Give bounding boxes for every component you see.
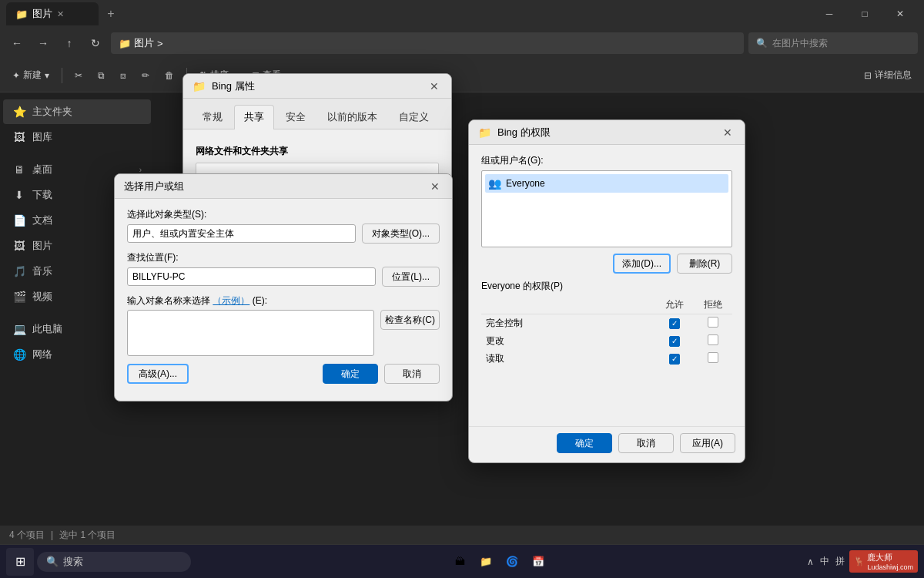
refresh-button[interactable]: ↻ xyxy=(85,32,106,54)
separator-1 xyxy=(62,68,62,83)
luda-badge[interactable]: 🦌 鹿大师 Ludashiwj.com xyxy=(849,550,918,573)
rename-icon: ✏ xyxy=(142,70,149,81)
select-user-dialog[interactable]: 选择用户或组 ✕ 选择此对象类型(S): 用户、组或内置安全主体 对象类型(O)… xyxy=(114,173,453,402)
items-count: 4 个项目 xyxy=(9,529,45,542)
select-user-title: 选择用户或组 xyxy=(124,180,421,193)
tab-new-button[interactable]: + xyxy=(100,3,122,25)
tray-up-icon[interactable]: ∧ xyxy=(807,556,814,567)
taskbar-search-icon: 🔍 xyxy=(46,556,59,567)
title-bar: 📁 图片 ✕ + ─ □ ✕ xyxy=(0,0,924,28)
taskbar-edge[interactable]: 🌀 xyxy=(501,551,523,573)
copy-button[interactable]: ⧉ xyxy=(92,64,111,87)
checkbox-allow-read[interactable]: ✓ xyxy=(669,354,680,365)
taskbar-right: ∧ 中 拼 🦌 鹿大师 Ludashiwj.com xyxy=(807,550,924,573)
up-button[interactable]: ↑ xyxy=(59,32,80,54)
object-type-row: 用户、组或内置安全主体 对象类型(O)... xyxy=(127,223,440,244)
new-icon: ✦ xyxy=(12,70,20,81)
bing-props-close[interactable]: ✕ xyxy=(427,79,442,94)
name-input[interactable] xyxy=(127,310,374,356)
bing-perms-cancel[interactable]: 取消 xyxy=(618,433,674,453)
cut-icon: ✂ xyxy=(75,70,82,81)
sidebar-item-home[interactable]: ⭐ 主文件夹 xyxy=(3,99,151,124)
start-button[interactable]: ⊞ xyxy=(6,548,34,576)
music-icon: 🎵 xyxy=(12,265,26,277)
perm-allow-0[interactable]: ✓ xyxy=(655,314,694,333)
tab-close-icon[interactable]: ✕ xyxy=(57,9,64,19)
checkbox-deny-read[interactable] xyxy=(708,352,718,363)
everyone-label: Everyone xyxy=(506,178,545,189)
minimize-button[interactable]: ─ xyxy=(812,0,847,28)
bing-perms-body: 组或用户名(G): 👥 Everyone 添加(D)... 删除(R) Ever… xyxy=(469,145,745,423)
delete-button[interactable]: 🗑 xyxy=(159,64,180,87)
taskbar-calendar[interactable]: 📅 xyxy=(527,551,549,573)
sidebar-label-gallery: 图库 xyxy=(32,130,52,144)
taskbar-folder[interactable]: 📁 xyxy=(475,551,497,573)
sidebar-item-gallery[interactable]: 🖼 图库 xyxy=(3,125,151,150)
bing-perms-title-bar: 📁 Bing 的权限 ✕ xyxy=(469,120,745,145)
name-suffix: (E): xyxy=(253,295,267,306)
back-button[interactable]: ← xyxy=(6,32,28,54)
table-row: 更改 ✓ xyxy=(481,332,732,350)
perm-allow-1[interactable]: ✓ xyxy=(655,332,694,350)
new-button[interactable]: ✦ 新建 ▾ xyxy=(6,64,55,87)
rename-button[interactable]: ✏ xyxy=(136,64,156,87)
bing-perms-ok[interactable]: 确定 xyxy=(557,433,612,453)
perm-deny-1[interactable] xyxy=(694,332,732,350)
group-label: 组或用户名(G): xyxy=(481,154,732,167)
location-button[interactable]: 位置(L)... xyxy=(382,267,440,287)
select-user-close[interactable]: ✕ xyxy=(427,179,443,194)
home-icon: ⭐ xyxy=(12,106,26,118)
tab-general[interactable]: 常规 xyxy=(192,105,233,129)
add-user-button[interactable]: 添加(D)... xyxy=(613,254,671,274)
bing-perms-title: Bing 的权限 xyxy=(497,126,714,139)
select-user-ok[interactable]: 确定 xyxy=(323,364,378,384)
bing-permissions-dialog[interactable]: 📁 Bing 的权限 ✕ 组或用户名(G): 👥 Everyone 添加(D).… xyxy=(468,119,745,463)
checkbox-allow-change[interactable]: ✓ xyxy=(669,336,680,347)
desktop-icon: 🖥 xyxy=(12,163,26,176)
thispc-icon: 💻 xyxy=(12,323,26,335)
details-button[interactable]: ⊟ 详细信息 xyxy=(858,64,918,87)
select-user-cancel[interactable]: 取消 xyxy=(384,364,440,384)
object-type-button[interactable]: 对象类型(O)... xyxy=(362,223,440,244)
bing-perms-icon: 📁 xyxy=(478,126,491,139)
col-allow: 允许 xyxy=(655,296,694,314)
close-button[interactable]: ✕ xyxy=(882,0,918,28)
tab-pictures[interactable]: 📁 图片 ✕ xyxy=(6,2,99,25)
advanced-button[interactable]: 高级(A)... xyxy=(127,364,189,384)
tab-security[interactable]: 安全 xyxy=(276,105,316,129)
check-names-button[interactable]: 检查名称(C) xyxy=(380,310,440,330)
forward-button[interactable]: → xyxy=(32,32,54,54)
paste-button[interactable]: ⧈ xyxy=(114,64,132,87)
maximize-button[interactable]: □ xyxy=(847,0,882,28)
tab-share[interactable]: 共享 xyxy=(234,105,274,129)
taskbar-search[interactable]: 🔍 搜索 xyxy=(37,552,191,572)
address-bar[interactable]: 📁 图片 > xyxy=(111,32,744,54)
tab-custom[interactable]: 自定义 xyxy=(389,105,439,129)
network-icon: 🌐 xyxy=(12,348,26,361)
checkbox-allow-fullcontrol[interactable]: ✓ xyxy=(669,318,680,329)
perm-deny-0[interactable] xyxy=(694,314,732,333)
tab-previous[interactable]: 以前的版本 xyxy=(317,105,387,129)
cut-button[interactable]: ✂ xyxy=(69,64,89,87)
perm-deny-2[interactable] xyxy=(694,350,732,368)
perm-name-2: 读取 xyxy=(481,350,655,368)
name-example-link[interactable]: （示例） xyxy=(213,295,249,306)
taskbar-left: ⊞ 🔍 搜索 xyxy=(0,548,191,576)
checkbox-deny-change[interactable] xyxy=(708,334,718,345)
everyone-entry[interactable]: 👥 Everyone xyxy=(485,174,728,193)
documents-icon: 📄 xyxy=(12,214,26,227)
table-row: 完全控制 ✓ xyxy=(481,314,732,333)
checkbox-deny-fullcontrol[interactable] xyxy=(708,317,718,328)
perm-allow-2[interactable]: ✓ xyxy=(655,350,694,368)
address-sep: > xyxy=(157,38,163,49)
select-user-body: 选择此对象类型(S): 用户、组或内置安全主体 对象类型(O)... 查找位置(… xyxy=(115,199,452,401)
search-bar[interactable]: 🔍 在图片中搜索 xyxy=(748,32,918,54)
sidebar-label-pictures: 图片 xyxy=(32,239,52,253)
taskbar-wallpaper[interactable]: 🏔 xyxy=(449,551,470,573)
bing-perms-close[interactable]: ✕ xyxy=(720,125,735,140)
remove-user-button[interactable]: 删除(R) xyxy=(677,254,732,274)
location-value: BILLYFU-PC xyxy=(127,267,376,286)
perm-section-label: Everyone 的权限(P) xyxy=(481,280,732,293)
bing-props-title-bar: 📁 Bing 属性 ✕ xyxy=(183,74,451,99)
bing-perms-apply[interactable]: 应用(A) xyxy=(680,433,735,453)
